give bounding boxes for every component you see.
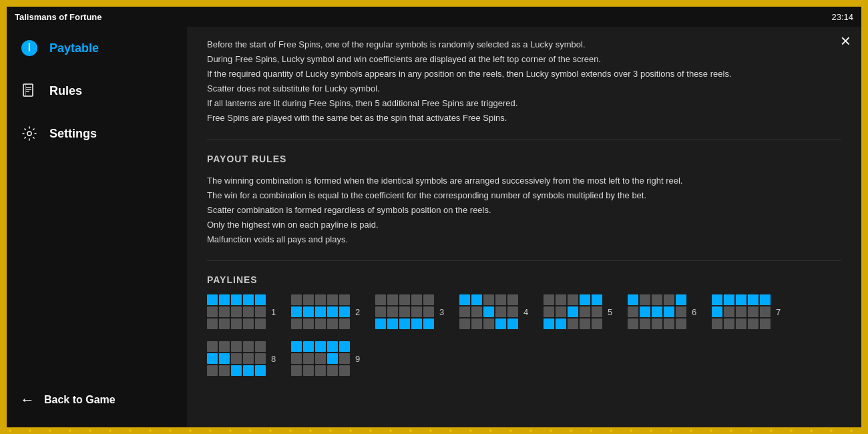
payline-cell [231, 318, 242, 329]
payline-cell [231, 365, 242, 376]
payline-number: 6 [692, 307, 700, 317]
payline-number: 4 [523, 307, 531, 317]
payline-item: 3 [375, 294, 447, 329]
payline-number: 5 [608, 307, 616, 317]
payline-cell [387, 294, 398, 305]
payline-cell [459, 294, 470, 305]
payline-cell [291, 341, 302, 352]
gear-icon [20, 124, 39, 143]
payline-cell [592, 306, 602, 317]
payline-cell [219, 365, 230, 376]
payline-cell [712, 306, 722, 317]
sidebar-item-rules[interactable]: Rules [7, 69, 187, 112]
payline-cell [207, 306, 218, 317]
payline-cell [676, 306, 686, 317]
payline-cell [207, 341, 218, 352]
sidebar-item-settings[interactable]: Settings [7, 112, 187, 155]
payline-grid-visual [207, 341, 266, 376]
payline-cell [339, 318, 350, 329]
header-bar: Talismans of Fortune 23:14 [7, 7, 861, 27]
paylines-grid: 123456789 [207, 294, 841, 376]
payline-cell [387, 318, 398, 329]
payline-cell [676, 294, 686, 305]
payline-cell [375, 318, 386, 329]
payline-cell [315, 365, 326, 376]
payline-cell [291, 306, 302, 317]
payline-cell [207, 353, 218, 364]
payline-cell [399, 318, 410, 329]
payline-item: 9 [291, 341, 363, 376]
paytable-label: Paytable [49, 41, 99, 55]
payline-cell [483, 294, 494, 305]
payline-cell [387, 306, 398, 317]
payline-cell [339, 294, 350, 305]
paylines-title: PAYLINES [207, 274, 841, 285]
payline-cell [640, 306, 650, 317]
info-icon: i [20, 39, 39, 57]
payline-cell [207, 294, 218, 305]
payline-cell [411, 294, 422, 305]
payline-cell [243, 294, 254, 305]
payline-cell [375, 294, 386, 305]
payline-cell [375, 306, 386, 317]
payline-cell [736, 318, 746, 329]
payline-number: 1 [271, 307, 279, 317]
payline-grid-visual [291, 341, 350, 376]
clock: 23:14 [831, 12, 853, 22]
payline-item: 5 [544, 294, 616, 329]
payline-cell [219, 294, 230, 305]
payline-cell [568, 294, 578, 305]
content-area: × Before the start of Free Spins, one of… [187, 7, 861, 427]
payline-item: 8 [207, 341, 279, 376]
back-arrow-icon: ← [20, 391, 35, 409]
svg-text:i: i [28, 42, 31, 53]
payline-cell [219, 318, 230, 329]
close-button[interactable]: × [841, 32, 851, 49]
payline-grid-visual [544, 294, 602, 329]
payline-cell [327, 365, 338, 376]
back-label: Back to Game [44, 394, 116, 406]
payline-cell [580, 294, 590, 305]
payline-grid-visual [291, 294, 350, 329]
payline-number: 3 [439, 307, 447, 317]
payline-grid-visual [207, 294, 266, 329]
payline-cell [255, 318, 266, 329]
payline-cell [556, 294, 566, 305]
payline-cell [568, 306, 578, 317]
payline-cell [748, 294, 758, 305]
payline-cell [339, 353, 350, 364]
payline-cell [628, 306, 638, 317]
payline-item: 4 [459, 294, 531, 329]
payline-cell [243, 341, 254, 352]
payline-grid-visual [628, 294, 686, 329]
payline-cell [507, 318, 518, 329]
sidebar: i Paytable Rules [7, 7, 187, 427]
payline-cell [303, 318, 314, 329]
payline-cell [315, 306, 326, 317]
payline-cell [255, 353, 266, 364]
payline-cell [423, 294, 434, 305]
payline-number: 9 [355, 354, 363, 364]
payline-grid-visual [712, 294, 771, 329]
payline-cell [664, 294, 674, 305]
back-to-game-button[interactable]: ← Back to Game [7, 379, 187, 421]
payline-cell [243, 318, 254, 329]
sidebar-item-paytable[interactable]: i Paytable [7, 27, 187, 69]
rules-label: Rules [49, 84, 82, 98]
payline-cell [628, 294, 638, 305]
payline-cell [483, 318, 494, 329]
payline-cell [640, 294, 650, 305]
payline-cell [507, 294, 518, 305]
payline-cell [495, 294, 506, 305]
payline-cell [471, 306, 482, 317]
payline-cell [291, 294, 302, 305]
payline-cell [219, 341, 230, 352]
payline-cell [243, 365, 254, 376]
payline-cell [243, 353, 254, 364]
payline-cell [231, 353, 242, 364]
payline-cell [760, 318, 771, 329]
payline-cell [471, 294, 482, 305]
payline-cell [303, 294, 314, 305]
payline-cell [748, 318, 758, 329]
payline-cell [495, 318, 506, 329]
